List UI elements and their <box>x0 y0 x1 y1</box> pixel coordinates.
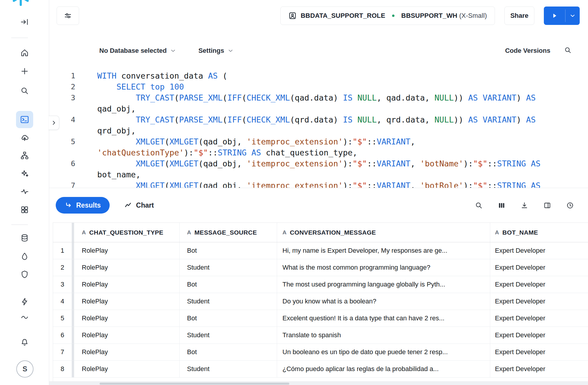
cell-bot-name[interactable]: Expert Developer <box>490 259 588 276</box>
cell-conversation-message[interactable]: Do you know what is a boolean? <box>277 293 490 310</box>
code-line[interactable]: 'chatQuestionType'):"$"::STRING AS chat_… <box>49 147 588 158</box>
cell-bot-name[interactable]: Expert Developer <box>490 327 588 343</box>
run-play-button[interactable] <box>544 7 565 25</box>
cell-chat-question-type[interactable]: RolePlay <box>74 327 180 343</box>
code-versions-button[interactable]: Code Versions <box>505 47 550 55</box>
scrollbar-thumb[interactable] <box>100 383 289 385</box>
code-text: XMLGET(XMLGET(qad_obj, 'itemproc_extensi… <box>97 136 415 147</box>
row-number[interactable]: 4 <box>53 293 72 310</box>
cell-bot-name[interactable]: Expert Developer <box>490 293 588 310</box>
code-line[interactable]: 6 XMLGET(XMLGET(qad_obj, 'itemproc_exten… <box>49 158 588 169</box>
cell-message-source[interactable]: Student <box>180 259 277 276</box>
sidebar-item-apps-grid[interactable] <box>20 205 29 214</box>
cell-bot-name[interactable]: Expert Developer <box>490 242 588 259</box>
settings-menu[interactable]: Settings <box>198 47 234 55</box>
cell-conversation-message[interactable]: Hi, my name is Expert Developer, My resp… <box>277 242 490 259</box>
columns-button[interactable] <box>498 201 506 209</box>
cell-conversation-message[interactable]: Un booleano es un tipo de dato que puede… <box>277 344 490 360</box>
code-line[interactable]: 2 SELECT top 100 <box>49 81 588 92</box>
cell-bot-name[interactable]: Expert Developer <box>490 276 588 293</box>
row-number[interactable]: 6 <box>53 327 72 343</box>
table-row: 4RolePlayStudentDo you know what is a bo… <box>53 293 588 310</box>
cell-bot-name[interactable]: Expert Developer <box>490 361 588 377</box>
column-header-message_source[interactable]: AMESSAGE_SOURCE <box>180 223 277 242</box>
app-window: S BBDATA_SUPPORT_ROLE BBSUPPORT_WH (X-Sm… <box>0 0 588 385</box>
cell-conversation-message[interactable]: The most used programming language globa… <box>277 276 490 293</box>
results-table: ACHAT_QUESTION_TYPEAMESSAGE_SOURCEACONVE… <box>53 222 588 381</box>
sidebar-item-data[interactable] <box>20 233 29 243</box>
cell-message-source[interactable]: Student <box>180 293 277 310</box>
split-panel-button[interactable] <box>543 201 551 209</box>
cell-chat-question-type[interactable]: RolePlay <box>74 276 180 293</box>
collapse-sidebar-button[interactable] <box>20 17 29 27</box>
row-number[interactable]: 2 <box>53 259 72 276</box>
results-search-button[interactable] <box>475 201 483 209</box>
row-number[interactable]: 1 <box>53 242 72 259</box>
tab-results[interactable]: Results <box>56 197 110 214</box>
sidebar-item-activity[interactable] <box>20 187 29 196</box>
cell-conversation-message[interactable]: ¿Cómo puedo aplicar las reglas de la pro… <box>277 361 490 377</box>
cell-message-source[interactable]: Student <box>180 327 277 343</box>
row-number[interactable]: 8 <box>53 361 72 377</box>
sidebar-item-worksheets[interactable] <box>16 111 33 128</box>
sidebar-item-home[interactable] <box>20 48 29 58</box>
sidebar-item-droplet[interactable] <box>20 252 29 261</box>
cell-message-source[interactable]: Bot <box>180 276 277 293</box>
cell-chat-question-type[interactable]: RolePlay <box>74 310 180 327</box>
code-line[interactable]: 3 TRY_CAST(PARSE_XML(IFF(CHECK_XML(qad.d… <box>49 92 588 103</box>
sidebar-item-create[interactable] <box>20 66 29 76</box>
cell-message-source[interactable]: Bot <box>180 242 277 259</box>
filter-button[interactable] <box>57 7 79 25</box>
cell-conversation-message[interactable]: Excelent question! It is a data type tha… <box>277 310 490 327</box>
code-line[interactable]: 1WITH conversation_data AS ( <box>49 70 588 81</box>
cell-chat-question-type[interactable]: RolePlay <box>74 242 180 259</box>
column-header-bot_name[interactable]: ABOT_NAME <box>490 223 588 242</box>
cell-chat-question-type[interactable]: RolePlay <box>74 361 180 377</box>
cell-chat-question-type[interactable]: RolePlay <box>74 259 180 276</box>
sidebar-item-hierarchy[interactable] <box>20 151 29 160</box>
cell-chat-question-type[interactable]: RolePlay <box>74 344 180 360</box>
user-avatar[interactable]: S <box>16 360 33 378</box>
sidebar-item-notifications-bell[interactable] <box>20 338 29 347</box>
sql-editor[interactable]: 1WITH conversation_data AS (2 SELECT top… <box>49 64 588 188</box>
editor-search-button[interactable] <box>564 46 572 55</box>
cell-conversation-message[interactable]: Translate to spanish <box>277 327 490 343</box>
pinned-column-divider <box>72 259 74 276</box>
cell-conversation-message[interactable]: What is the most common programming lang… <box>277 259 490 276</box>
sidebar-item-transform-sparkles[interactable] <box>20 168 29 178</box>
share-button[interactable]: Share <box>504 7 534 25</box>
cell-message-source[interactable]: Student <box>180 361 277 377</box>
code-line[interactable]: 4 TRY_CAST(PARSE_XML(IFF(CHECK_XML(qrd.d… <box>49 114 588 125</box>
cell-chat-question-type[interactable]: RolePlay <box>74 293 180 310</box>
row-number[interactable]: 7 <box>53 344 72 360</box>
sidebar-item-upload[interactable] <box>20 133 29 142</box>
code-line[interactable]: qrd_obj, <box>49 125 588 136</box>
context-selector[interactable]: BBDATA_SUPPORT_ROLE BBSUPPORT_WH (X-Smal… <box>280 7 495 25</box>
row-number[interactable]: 5 <box>53 310 72 327</box>
database-selector[interactable]: No Database selected <box>99 47 176 55</box>
history-button[interactable] <box>566 201 574 209</box>
horizontal-scrollbar[interactable] <box>49 381 588 385</box>
code-line[interactable]: 7 XMLGET(XMLGET(qad_obj, 'itemproc_exten… <box>49 180 588 188</box>
sidebar-item-search[interactable] <box>20 86 29 96</box>
expand-panel-button[interactable] <box>49 116 59 130</box>
cell-bot-name[interactable]: Expert Developer <box>490 344 588 360</box>
cell-message-source[interactable]: Bot <box>180 310 277 327</box>
tab-chart[interactable]: Chart <box>124 201 154 209</box>
run-options-button[interactable] <box>565 7 580 25</box>
column-header-chat_question_type[interactable]: ACHAT_QUESTION_TYPE <box>74 223 180 242</box>
cell-bot-name[interactable]: Expert Developer <box>490 310 588 327</box>
line-number <box>49 103 75 114</box>
code-line[interactable]: 5 XMLGET(XMLGET(qad_obj, 'itemproc_exten… <box>49 136 588 147</box>
sidebar-item-shield[interactable] <box>20 270 29 279</box>
snowflake-logo-icon[interactable] <box>9 0 33 7</box>
sidebar-item-lightning[interactable] <box>20 297 29 306</box>
cell-message-source[interactable]: Bot <box>180 344 277 360</box>
row-number[interactable]: 3 <box>53 276 72 293</box>
download-button[interactable] <box>520 201 528 209</box>
column-header-conversation_message[interactable]: ACONVERSATION_MESSAGE <box>277 223 490 242</box>
code-line[interactable]: qad_obj, <box>49 103 588 114</box>
code-line[interactable]: bot_name, <box>49 169 588 180</box>
sidebar-item-wave[interactable] <box>20 313 29 322</box>
row-number-header[interactable] <box>53 223 72 242</box>
